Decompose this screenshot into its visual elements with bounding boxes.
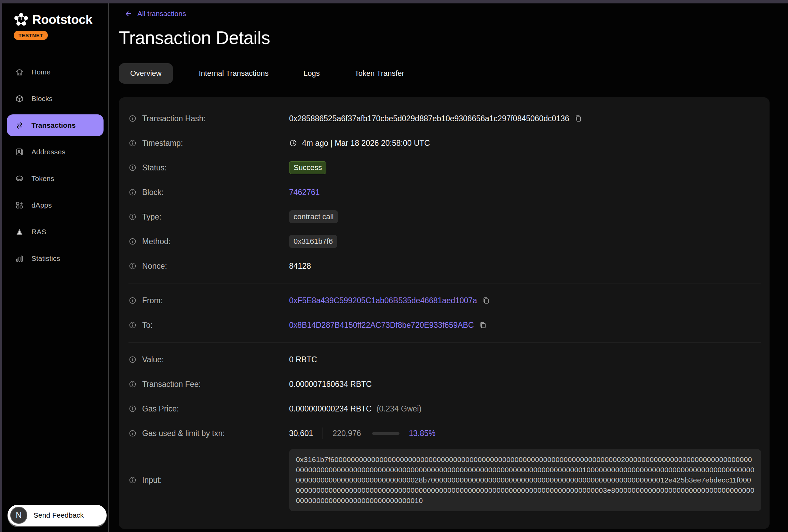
sidebar-item-label: dApps	[31, 201, 52, 209]
row-label-text: Method:	[142, 237, 171, 246]
clock-icon	[289, 139, 297, 147]
sidebar-item-home[interactable]: Home	[7, 61, 104, 83]
logo-block[interactable]: Rootstock TESTNET	[2, 3, 108, 40]
row-gas-used: Gas used & limit by txn: 30,601 220,976 …	[128, 421, 761, 446]
blocks-icon	[15, 94, 24, 103]
send-feedback-button[interactable]: N Send Feedback	[8, 505, 107, 526]
sidebar-item-dapps[interactable]: dApps	[7, 194, 104, 216]
rootstock-logo-icon	[14, 12, 29, 27]
section-divider	[128, 283, 761, 283]
row-label-text: Gas used & limit by txn:	[142, 429, 225, 438]
statistics-icon	[15, 254, 24, 263]
network-badge: TESTNET	[14, 31, 48, 40]
transaction-details-card: Transaction Hash: 0x285886525a6f37afb170…	[119, 97, 770, 529]
row-label-text: From:	[142, 296, 163, 305]
row-label-text: To:	[142, 321, 153, 330]
row-value: Value: 0 RBTC	[128, 347, 761, 372]
gas-price-gwei: (0.234 Gwei)	[377, 404, 422, 414]
sidebar-item-label: RAS	[31, 228, 46, 236]
copy-icon[interactable]	[574, 114, 582, 123]
back-link[interactable]: All transactions	[119, 3, 770, 18]
transaction-fee-value: 0.000007160634 RBTC	[289, 380, 372, 389]
row-label-text: Transaction Hash:	[142, 114, 206, 123]
logo-text: Rootstock	[32, 13, 92, 27]
from-address-link[interactable]: 0xF5E8a439C599205C1ab06B535de46681aed100…	[289, 296, 477, 305]
sidebar-item-addresses[interactable]: Addresses	[7, 141, 104, 163]
sidebar-item-label: Statistics	[31, 254, 60, 263]
row-label-text: Input:	[142, 476, 162, 485]
row-transaction-hash: Transaction Hash: 0x285886525a6f37afb170…	[128, 106, 761, 131]
vertical-separator	[323, 428, 323, 439]
row-transaction-fee: Transaction Fee: 0.000007160634 RBTC	[128, 372, 761, 396]
row-timestamp: Timestamp: 4m ago | Mar 18 2026 20:58:00…	[128, 131, 761, 155]
row-label-text: Block:	[142, 188, 164, 197]
type-badge: contract call	[289, 210, 338, 223]
method-badge: 0x3161b7f6	[289, 235, 337, 248]
input-data-box[interactable]: 0x3161b7f6000000000000000000000000000000…	[289, 449, 761, 511]
info-icon	[128, 188, 137, 196]
home-icon	[15, 68, 24, 76]
sidebar-item-label: Blocks	[31, 95, 53, 103]
main-content: All transactions Transaction Details Ove…	[109, 3, 788, 532]
row-nonce: Nonce: 84128	[128, 254, 761, 278]
row-label-text: Type:	[142, 212, 161, 222]
tab-logs[interactable]: Logs	[295, 63, 329, 84]
copy-icon[interactable]	[482, 296, 490, 305]
page-title: Transaction Details	[119, 27, 770, 48]
gas-progress-track	[372, 432, 399, 435]
sidebar-item-label: Transactions	[31, 121, 76, 129]
gas-percent-value: 13.85%	[409, 429, 436, 438]
feedback-label: Send Feedback	[33, 511, 84, 519]
block-link[interactable]: 7462761	[289, 188, 320, 197]
info-icon	[128, 405, 137, 413]
back-link-label: All transactions	[137, 10, 186, 18]
row-label-text: Transaction Fee:	[142, 380, 201, 389]
gas-used-value: 30,601	[289, 429, 313, 438]
row-gas-price: Gas Price: 0.000000000234 RBTC (0.234 Gw…	[128, 396, 761, 421]
sidebar-item-ras[interactable]: RAS	[7, 221, 104, 243]
sidebar-item-transactions[interactable]: Transactions	[7, 114, 104, 136]
info-icon	[128, 164, 137, 172]
timestamp-value: 4m ago | Mar 18 2026 20:58:00 UTC	[302, 139, 430, 148]
info-icon	[128, 114, 137, 123]
row-method: Method: 0x3161b7f6	[128, 229, 761, 254]
sidebar-nav: Home Blocks Transactions Addresses	[2, 61, 108, 269]
row-label-text: Timestamp:	[142, 139, 183, 148]
info-icon	[128, 321, 137, 329]
sidebar: Rootstock TESTNET Home Blocks Transactio…	[2, 3, 109, 532]
addresses-icon	[15, 148, 24, 156]
feedback-avatar: N	[10, 507, 27, 524]
row-label-text: Nonce:	[142, 262, 167, 271]
info-icon	[128, 429, 137, 437]
gas-limit-value: 220,976	[332, 429, 361, 438]
status-badge: Success	[289, 161, 326, 174]
sidebar-item-label: Addresses	[31, 148, 65, 156]
value-amount: 0 RBTC	[289, 355, 317, 364]
tab-token-transfer[interactable]: Token Transfer	[346, 63, 413, 84]
row-block: Block: 7462761	[128, 180, 761, 205]
tab-internal-transactions[interactable]: Internal Transactions	[190, 63, 277, 84]
ras-icon	[15, 227, 24, 236]
gas-price-value: 0.000000000234 RBTC	[289, 404, 372, 414]
tab-overview[interactable]: Overview	[119, 63, 173, 84]
back-arrow-icon	[124, 10, 133, 18]
row-input: Input: 0x3161b7f600000000000000000000000…	[128, 446, 761, 515]
row-label-text: Gas Price:	[142, 404, 179, 414]
info-icon	[128, 380, 137, 388]
dapps-icon	[15, 201, 24, 210]
sidebar-item-tokens[interactable]: Tokens	[7, 168, 104, 190]
row-to: To: 0x8B14D287B4150ff22AC73Df8be720E933f…	[128, 313, 761, 337]
row-status: Status: Success	[128, 155, 761, 180]
sidebar-item-label: Home	[31, 68, 51, 76]
copy-icon[interactable]	[479, 321, 487, 329]
info-icon	[128, 139, 137, 147]
to-address-link[interactable]: 0x8B14D287B4150ff22AC73Df8be720E933f659A…	[289, 321, 474, 330]
sidebar-item-statistics[interactable]: Statistics	[7, 248, 104, 269]
info-icon	[128, 476, 137, 484]
row-label-text: Value:	[142, 355, 164, 364]
row-type: Type: contract call	[128, 205, 761, 229]
sidebar-item-blocks[interactable]: Blocks	[7, 88, 104, 110]
nonce-value: 84128	[289, 262, 311, 271]
section-divider	[128, 342, 761, 342]
tab-bar: Overview Internal Transactions Logs Toke…	[119, 63, 770, 84]
